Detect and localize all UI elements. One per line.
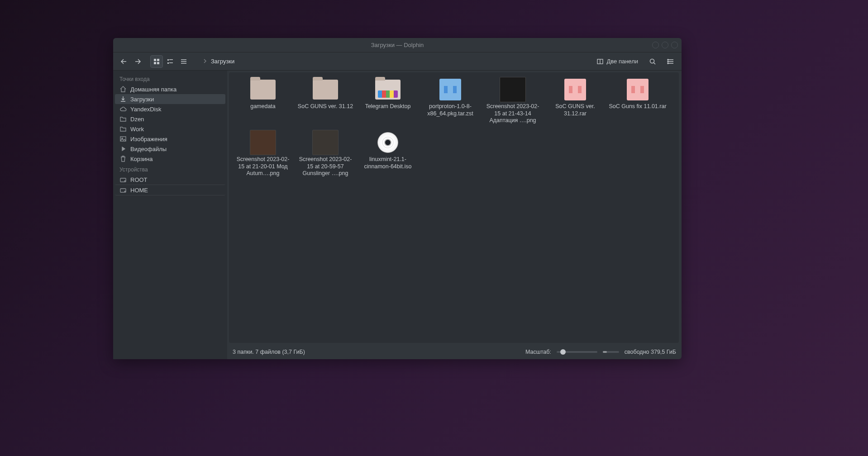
split-view-button[interactable]: Две панели bbox=[594, 55, 641, 68]
place-item[interactable]: Загрузки bbox=[115, 94, 225, 104]
file-name: linuxmint-21.1-cinnamon-64bit.iso bbox=[358, 156, 417, 170]
file-name: Screenshot 2023-02-15 at 20-59-57 Gunsli… bbox=[296, 156, 355, 177]
file-item[interactable]: Screenshot 2023-02-15 at 21-20-01 Мод Au… bbox=[232, 130, 294, 183]
place-label: Изображения bbox=[130, 136, 167, 142]
chevron-right-icon bbox=[203, 58, 207, 65]
cloud-icon bbox=[119, 105, 127, 113]
back-button[interactable] bbox=[118, 55, 130, 68]
file-icon bbox=[562, 79, 588, 100]
split-icon bbox=[596, 58, 604, 65]
file-icon bbox=[250, 132, 276, 153]
place-item[interactable]: Изображения bbox=[115, 134, 225, 144]
place-label: Dzen bbox=[130, 116, 144, 123]
file-view[interactable]: gamedataSoC GUNS ver. 31.12Telegram Desk… bbox=[229, 72, 679, 343]
drive-icon bbox=[119, 176, 127, 183]
file-item[interactable]: Telegram Desktop bbox=[357, 77, 419, 130]
icon-view-button[interactable] bbox=[150, 55, 163, 68]
file-icon bbox=[375, 79, 401, 100]
svg-rect-0 bbox=[154, 59, 156, 61]
status-summary: 3 папки. 7 файлов (3,7 ГиБ) bbox=[233, 349, 305, 355]
list-icon bbox=[180, 58, 187, 65]
place-item[interactable]: Домашняя папка bbox=[115, 84, 225, 94]
place-label: Корзина bbox=[130, 156, 153, 162]
svg-line-11 bbox=[654, 62, 656, 64]
titlebar[interactable]: Загрузки — Dolphin bbox=[113, 38, 682, 52]
zoom-slider[interactable] bbox=[557, 351, 597, 353]
breadcrumb-current[interactable]: Загрузки bbox=[211, 58, 234, 65]
svg-rect-2 bbox=[154, 62, 156, 64]
places-panel: Точки входа Домашняя папкаЗагрузкиYandex… bbox=[113, 71, 227, 359]
place-item[interactable]: Dzen bbox=[115, 114, 225, 124]
back-arrow-icon bbox=[120, 58, 128, 65]
device-item[interactable]: HOME bbox=[115, 185, 225, 195]
free-space: свободно 379,5 ГиБ bbox=[625, 349, 676, 355]
file-item[interactable]: SoC GUNS ver. 31.12.rar bbox=[544, 77, 606, 130]
svg-point-14 bbox=[668, 63, 668, 64]
split-view-label: Две панели bbox=[606, 58, 638, 65]
zoom-thumb[interactable] bbox=[560, 349, 566, 355]
device-item[interactable]: ROOT bbox=[115, 175, 225, 185]
place-item[interactable]: YandexDisk bbox=[115, 104, 225, 114]
file-item[interactable]: Screenshot 2023-02-15 at 21-43-14 Адапта… bbox=[482, 77, 544, 130]
file-item[interactable]: portproton-1.0-8-x86_64.pkg.tar.zst bbox=[419, 77, 482, 130]
place-label: Домашняя папка bbox=[130, 86, 176, 93]
file-icon bbox=[500, 79, 526, 100]
download-icon bbox=[119, 95, 127, 103]
hamburger-icon bbox=[667, 58, 674, 65]
menu-button[interactable] bbox=[664, 55, 677, 68]
svg-point-20 bbox=[124, 191, 125, 192]
drive-icon bbox=[119, 186, 127, 194]
svg-point-18 bbox=[124, 180, 125, 181]
file-item[interactable]: SoC Guns fix 11.01.rar bbox=[606, 77, 669, 130]
window-controls bbox=[652, 42, 678, 48]
file-name: SoC GUNS ver. 31.12 bbox=[298, 103, 353, 110]
svg-rect-7 bbox=[169, 62, 173, 63]
forward-button[interactable] bbox=[131, 55, 144, 68]
place-label: YandexDisk bbox=[130, 106, 161, 113]
svg-rect-3 bbox=[157, 62, 159, 64]
file-item[interactable]: SoC GUNS ver. 31.12 bbox=[294, 77, 357, 130]
file-icon bbox=[625, 79, 651, 100]
toolbar: Загрузки Две панели bbox=[113, 52, 682, 71]
close-button[interactable] bbox=[671, 42, 678, 48]
file-item[interactable]: gamedata bbox=[232, 77, 294, 130]
file-name: Telegram Desktop bbox=[365, 103, 411, 110]
details-view-button[interactable] bbox=[177, 55, 190, 68]
breadcrumb[interactable]: Загрузки bbox=[203, 58, 590, 65]
grid-icon bbox=[153, 58, 160, 65]
compact-icon bbox=[167, 58, 174, 65]
file-icon bbox=[375, 132, 401, 153]
place-item[interactable]: Видеофайлы bbox=[115, 144, 225, 154]
svg-point-13 bbox=[668, 61, 668, 62]
svg-point-10 bbox=[650, 59, 654, 63]
file-name: SoC GUNS ver. 31.12.rar bbox=[546, 103, 605, 117]
disk-usage-bar bbox=[603, 351, 619, 353]
maximize-button[interactable] bbox=[662, 42, 668, 48]
folder-icon bbox=[119, 115, 127, 123]
file-name: Screenshot 2023-02-15 at 21-43-14 Адапта… bbox=[483, 103, 542, 124]
file-name: portproton-1.0-8-x86_64.pkg.tar.zst bbox=[421, 103, 480, 117]
place-item[interactable]: Корзина bbox=[115, 154, 225, 164]
compact-view-button[interactable] bbox=[164, 55, 176, 68]
minimize-button[interactable] bbox=[652, 42, 659, 48]
image-icon bbox=[119, 135, 127, 142]
window-title: Загрузки — Dolphin bbox=[371, 42, 424, 48]
svg-rect-4 bbox=[167, 59, 169, 61]
device-label: ROOT bbox=[130, 176, 148, 183]
file-icon bbox=[250, 79, 276, 100]
file-icon bbox=[312, 79, 339, 100]
search-button[interactable] bbox=[646, 55, 659, 68]
devices-header: Устройства bbox=[115, 164, 225, 175]
dolphin-window: Загрузки — Dolphin bbox=[113, 38, 682, 359]
svg-point-12 bbox=[668, 59, 668, 60]
svg-rect-1 bbox=[157, 59, 159, 61]
place-item[interactable]: Work bbox=[115, 124, 225, 134]
svg-rect-6 bbox=[167, 62, 169, 64]
file-name: SoC Guns fix 11.01.rar bbox=[609, 103, 666, 110]
file-name: Screenshot 2023-02-15 at 21-20-01 Мод Au… bbox=[234, 156, 292, 177]
file-item[interactable]: linuxmint-21.1-cinnamon-64bit.iso bbox=[357, 130, 419, 183]
file-item[interactable]: Screenshot 2023-02-15 at 20-59-57 Gunsli… bbox=[294, 130, 357, 183]
file-icon bbox=[312, 132, 339, 153]
trash-icon bbox=[119, 155, 127, 162]
forward-arrow-icon bbox=[134, 58, 141, 65]
